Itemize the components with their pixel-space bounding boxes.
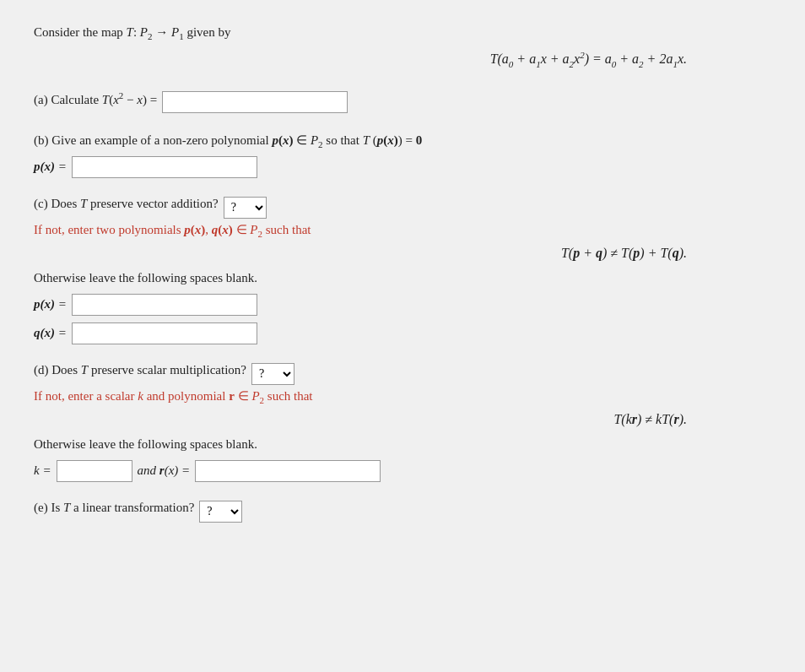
part-d-dropdown[interactable]: ? Yes No [251,363,294,385]
part-d-k-input[interactable] [57,460,132,482]
part-e-label: (e) Is T a linear transformation? [34,501,194,515]
part-d-k-label: k = [34,463,51,478]
part-c-q-input[interactable] [72,322,257,344]
part-d-formula: T(kr) ≠ kT(r). [34,412,771,427]
part-a: (a) Calculate T(x2 − x) = [34,90,771,114]
part-e: (e) Is T a linear transformation? ? Yes … [34,501,771,523]
part-e-dropdown[interactable]: ? Yes No [199,501,242,523]
part-b-label: (b) Give an example of a non-zero polyno… [34,133,771,149]
part-b: (b) Give an example of a non-zero polyno… [34,133,771,178]
part-c-condition: If not, enter two polynomials p(x), q(x)… [34,222,771,239]
part-a-input[interactable] [162,91,348,113]
part-d-condition: If not, enter a scalar k and polynomial … [34,388,771,405]
part-b-input-label: p(x) = [34,160,67,174]
part-a-label: (a) Calculate T(x2 − x) = [34,90,157,107]
part-b-input[interactable] [72,156,257,178]
part-d-k-row: k = and r(x) = [34,460,771,482]
part-e-dropdown-row: (e) Is T a linear transformation? ? Yes … [34,501,771,523]
part-c-q-label: q(x) = [34,326,67,340]
part-d-r-input[interactable] [195,460,381,482]
part-d-label: (d) Does T preserve scalar multiplicatio… [34,363,246,377]
part-d-otherwise: Otherwise leave the following spaces bla… [34,437,771,452]
intro-text: Consider the map T: P2 → P1 given by [34,25,771,41]
part-c-formula: T(p + q) ≠ T(p) + T(q). [34,246,771,261]
main-formula: T(a0 + a1x + a2x2) = a0 + a2 + 2a1x. [34,50,771,69]
part-c: (c) Does T preserve vector addition? ? Y… [34,197,771,344]
part-c-p-input[interactable] [72,294,257,316]
page: Consider the map T: P2 → P1 given by T(a… [34,25,771,523]
part-c-label: (c) Does T preserve vector addition? [34,197,219,211]
part-d-dropdown-row: (d) Does T preserve scalar multiplicatio… [34,363,771,385]
part-b-input-row: p(x) = [34,156,771,178]
part-d: (d) Does T preserve scalar multiplicatio… [34,363,771,482]
part-d-r-label: and r(x) = [138,463,191,478]
part-a-row: (a) Calculate T(x2 − x) = [34,90,771,114]
part-c-dropdown-row: (c) Does T preserve vector addition? ? Y… [34,197,771,219]
part-c-q-row: q(x) = [34,322,771,344]
part-c-p-row: p(x) = [34,294,771,316]
part-c-p-label: p(x) = [34,297,67,312]
part-c-otherwise: Otherwise leave the following spaces bla… [34,271,771,285]
part-c-dropdown[interactable]: ? Yes No [224,197,267,219]
